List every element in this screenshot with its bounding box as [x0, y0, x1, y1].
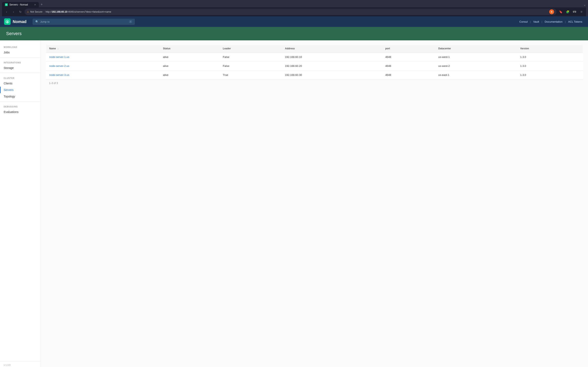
sidebar-section-cluster: CLUSTER [0, 75, 41, 80]
tab-favicon: N [5, 3, 8, 6]
vault-link[interactable]: Vault [532, 19, 541, 24]
browser-tabs: N Servers - Nomad × + ⌄ [2, 2, 586, 7]
documentation-link[interactable]: Documentation [543, 19, 564, 24]
bookmark-icon[interactable]: 🔖 [558, 9, 563, 15]
sidebar-divider-1 [0, 57, 41, 58]
new-tab-button[interactable]: + [39, 2, 44, 7]
address-separator: | [44, 10, 44, 13]
sidebar: WORKLOAD Jobs INTEGRATIONS Storage CLUST… [0, 40, 41, 367]
brave-shield-icon[interactable]: B [549, 9, 554, 14]
column-port: port [382, 45, 435, 53]
cell-leader-0: False [219, 53, 282, 62]
cell-leader-1: False [219, 62, 282, 71]
cell-version-2: 1.3.0 [517, 71, 583, 80]
url-display: http://192.168.60.10:4646/ui/servers?des… [45, 10, 111, 13]
glasses-icon[interactable]: 🕶 [572, 9, 577, 15]
browser-menu-icon[interactable]: ⌄ [583, 3, 586, 7]
top-nav-links: Consul | Vault | Documentation | ACL Tok… [518, 19, 584, 24]
top-nav: Nomad 🔍 Jump to / Consul | Vault | Docum… [0, 16, 588, 27]
cell-datacenter-2: us-east-1 [435, 71, 517, 80]
sidebar-item-jobs[interactable]: Jobs [0, 49, 41, 56]
cell-status-0: alive [160, 53, 219, 62]
cell-datacenter-1: us-west-2 [435, 62, 517, 71]
column-status: Status [160, 45, 219, 53]
svg-marker-1 [7, 21, 8, 23]
logo[interactable]: Nomad [4, 18, 26, 25]
browser-toolbar: ‹ › ↻ ⚠ Not Secure | http://192.168.60.1… [2, 7, 586, 16]
cell-port-2: 4648 [382, 71, 435, 80]
table-row[interactable]: node-server-1.usaliveFalse192.168.60.104… [46, 53, 583, 62]
cell-version-1: 1.3.0 [517, 62, 583, 71]
jump-to-shortcut: / [129, 20, 132, 23]
cell-address-0: 192.168.60.10 [282, 53, 382, 62]
url-path: :4646/ui/servers?desc=false&sort=name [67, 10, 111, 13]
security-warning-text: Not Secure [30, 10, 43, 13]
sidebar-item-storage[interactable]: Storage [0, 65, 41, 71]
cell-name-1: node-server-2.us [46, 62, 160, 71]
cell-address-1: 192.168.60.20 [282, 62, 382, 71]
sort-arrow-icon: ↓ [57, 47, 59, 50]
cell-status-2: alive [160, 71, 219, 80]
sidebar-item-evaluations[interactable]: Evaluations [0, 109, 41, 115]
cell-version-0: 1.3.0 [517, 53, 583, 62]
active-tab: N Servers - Nomad × [2, 2, 39, 7]
column-name[interactable]: Name ↓ [46, 45, 160, 53]
table-row[interactable]: node-server-3.usaliveTrue192.168.60.3046… [46, 71, 583, 80]
table-pagination-info: 1–3 of 3 [49, 82, 58, 85]
nav-separator-1: | [530, 20, 531, 23]
table-row[interactable]: node-server-2.usaliveFalse192.168.60.204… [46, 62, 583, 71]
table-header: Name ↓ Status Leader Address port Datace… [46, 45, 583, 53]
sidebar-item-topology[interactable]: Topology [0, 93, 41, 100]
sidebar-item-clients[interactable]: Clients [0, 80, 41, 87]
app: Nomad 🔍 Jump to / Consul | Vault | Docum… [0, 16, 588, 367]
page-title: Servers [6, 31, 582, 36]
cell-port-1: 4648 [382, 62, 435, 71]
logo-text: Nomad [13, 19, 26, 24]
jump-to-label: Jump to [40, 20, 50, 23]
sidebar-section-debugging: DEBUGGING [0, 103, 41, 109]
search-icon: 🔍 [35, 20, 39, 23]
server-link-1[interactable]: node-server-2.us [49, 64, 69, 67]
column-address: Address [282, 45, 382, 53]
sidebar-version: v 1.3.0 [0, 361, 41, 367]
tab-close-button[interactable]: × [34, 3, 36, 6]
content-area: WORKLOAD Jobs INTEGRATIONS Storage CLUST… [0, 40, 588, 367]
column-name-label: Name [49, 47, 56, 50]
cell-datacenter-0: us-west-1 [435, 53, 517, 62]
acl-tokens-link[interactable]: ACL Tokens [567, 19, 584, 24]
back-button[interactable]: ‹ [4, 9, 9, 15]
hamburger-menu-icon[interactable]: ≡ [579, 9, 584, 15]
refresh-button[interactable]: ↻ [17, 9, 23, 15]
sidebar-section-workload: WORKLOAD [0, 44, 41, 49]
sidebar-divider-2 [0, 73, 41, 73]
column-version: Version [517, 45, 583, 53]
security-warning: ⚠ [27, 11, 29, 13]
table-footer: 1–3 of 3 [46, 80, 583, 87]
address-bar-actions: B [549, 9, 554, 14]
jump-to-search[interactable]: 🔍 Jump to / [33, 19, 135, 25]
forward-button[interactable]: › [11, 9, 16, 15]
logo-icon [4, 18, 11, 25]
server-link-2[interactable]: node-server-3.us [49, 73, 69, 76]
cell-name-2: node-server-3.us [46, 71, 160, 80]
address-bar[interactable]: ⚠ Not Secure | http://192.168.60.10:4646… [25, 8, 557, 15]
table-body: node-server-1.usaliveFalse192.168.60.104… [46, 53, 583, 80]
sidebar-divider-3 [0, 101, 41, 101]
url-host: 192.168.60.10 [52, 10, 67, 13]
servers-table: Name ↓ Status Leader Address port Datace… [46, 44, 583, 80]
nav-separator-2: | [541, 20, 542, 23]
nav-separator-3: | [565, 20, 566, 23]
browser-chrome: N Servers - Nomad × + ⌄ ‹ › ↻ ⚠ Not Secu… [0, 0, 588, 16]
consul-link[interactable]: Consul [518, 19, 529, 24]
sidebar-item-servers[interactable]: Servers [0, 87, 41, 93]
cell-address-2: 192.168.60.30 [282, 71, 382, 80]
toolbar-actions: 🔖 🧩 🕶 ≡ [558, 9, 584, 15]
sidebar-section-integrations: INTEGRATIONS [0, 59, 41, 65]
cell-name-0: node-server-1.us [46, 53, 160, 62]
extension-icon[interactable]: 🧩 [565, 9, 571, 15]
tab-title: Servers - Nomad [9, 3, 28, 6]
cell-leader-2: True [219, 71, 282, 80]
column-datacenter: Datacenter [435, 45, 517, 53]
page-header: Servers [0, 27, 588, 40]
server-link-0[interactable]: node-server-1.us [49, 55, 69, 58]
